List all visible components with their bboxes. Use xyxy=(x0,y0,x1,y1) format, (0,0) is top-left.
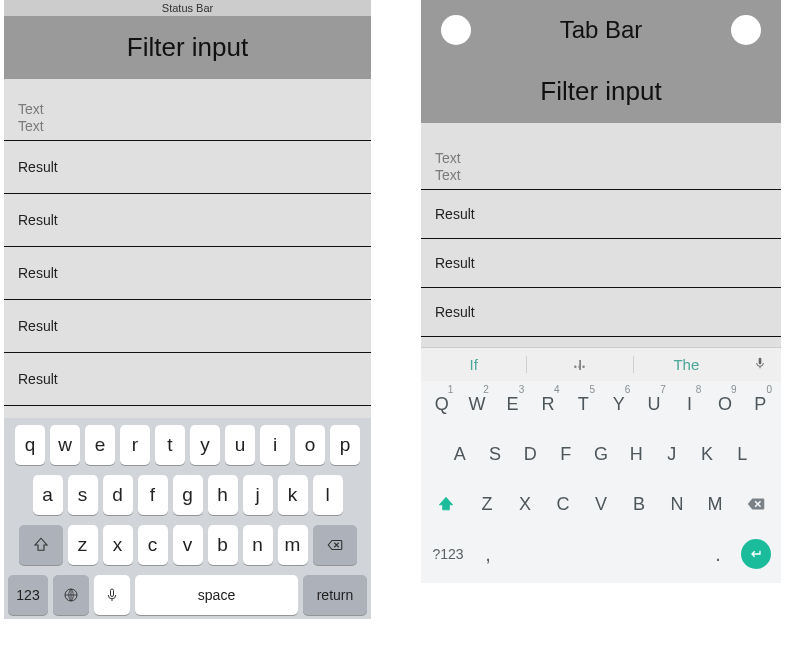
enter-key[interactable] xyxy=(734,539,778,569)
shift-key[interactable] xyxy=(19,525,63,565)
key-a[interactable]: a xyxy=(33,475,63,515)
key-f[interactable]: f xyxy=(138,475,168,515)
key-s[interactable]: s xyxy=(68,475,98,515)
key-m[interactable]: M xyxy=(696,481,734,527)
mic-icon xyxy=(752,355,768,371)
result-row[interactable]: Result xyxy=(4,141,371,194)
key-f[interactable]: F xyxy=(548,431,583,477)
key-j[interactable]: j xyxy=(243,475,273,515)
ios-keyboard: q w e r t y u i o p a s d f g h j k l z xyxy=(4,418,371,619)
mic-icon xyxy=(103,586,121,604)
key-p[interactable]: p xyxy=(330,425,360,465)
tab-item-right[interactable] xyxy=(731,15,761,45)
suggestion-right[interactable]: The xyxy=(634,356,739,373)
svg-rect-2 xyxy=(759,357,762,364)
phone-mockup-ios: Status Bar Filter input Text Text Result… xyxy=(4,0,371,660)
search-header[interactable]: Filter input xyxy=(421,60,781,123)
key-y[interactable]: y xyxy=(190,425,220,465)
key-o[interactable]: 9O xyxy=(707,381,742,427)
key-q[interactable]: 1Q xyxy=(424,381,459,427)
result-row[interactable]: Result xyxy=(421,288,781,337)
key-n[interactable]: N xyxy=(658,481,696,527)
search-header[interactable]: Filter input xyxy=(4,16,371,79)
backspace-key[interactable] xyxy=(734,481,778,527)
info-text-line: Text xyxy=(18,118,357,135)
key-u[interactable]: u xyxy=(225,425,255,465)
enter-icon xyxy=(748,546,764,562)
key-w[interactable]: 2W xyxy=(459,381,494,427)
key-z[interactable]: z xyxy=(68,525,98,565)
result-row[interactable]: Result xyxy=(421,239,781,288)
comma-key[interactable]: , xyxy=(472,543,504,566)
suggestion-left[interactable]: If xyxy=(421,356,527,373)
key-b[interactable]: B xyxy=(620,481,658,527)
key-l[interactable]: L xyxy=(725,431,760,477)
key-b[interactable]: b xyxy=(208,525,238,565)
key-a[interactable]: A xyxy=(442,431,477,477)
key-m[interactable]: m xyxy=(278,525,308,565)
globe-icon xyxy=(62,586,80,604)
key-v[interactable]: v xyxy=(173,525,203,565)
result-row[interactable]: Result xyxy=(4,194,371,247)
mic-button[interactable] xyxy=(739,355,781,375)
period-key[interactable]: . xyxy=(702,543,734,566)
key-r[interactable]: 4R xyxy=(530,381,565,427)
numbers-key[interactable]: ?123 xyxy=(424,546,472,562)
key-h[interactable]: h xyxy=(208,475,238,515)
backspace-key[interactable] xyxy=(313,525,357,565)
tab-bar-title: Tab Bar xyxy=(560,16,643,44)
tab-bar: Tab Bar xyxy=(421,0,781,60)
key-e[interactable]: 3E xyxy=(495,381,530,427)
key-x[interactable]: x xyxy=(103,525,133,565)
header-spacer xyxy=(4,79,371,94)
key-i[interactable]: 8I xyxy=(672,381,707,427)
result-row[interactable]: Result xyxy=(421,190,781,239)
key-i[interactable]: i xyxy=(260,425,290,465)
key-c[interactable]: C xyxy=(544,481,582,527)
key-d[interactable]: d xyxy=(103,475,133,515)
key-c[interactable]: c xyxy=(138,525,168,565)
key-n[interactable]: n xyxy=(243,525,273,565)
result-row[interactable]: Result xyxy=(4,247,371,300)
result-row[interactable]: Result xyxy=(4,353,371,406)
tab-item-left[interactable] xyxy=(441,15,471,45)
key-g[interactable]: g xyxy=(173,475,203,515)
key-q[interactable]: q xyxy=(15,425,45,465)
key-d[interactable]: D xyxy=(513,431,548,477)
key-x[interactable]: X xyxy=(506,481,544,527)
suggestion-mid[interactable]: I••• xyxy=(527,356,633,373)
key-y[interactable]: 6Y xyxy=(601,381,636,427)
key-s[interactable]: S xyxy=(477,431,512,477)
space-key[interactable]: space xyxy=(135,575,298,615)
numbers-key[interactable]: 123 xyxy=(8,575,48,615)
key-w[interactable]: w xyxy=(50,425,80,465)
key-t[interactable]: t xyxy=(155,425,185,465)
mic-key[interactable] xyxy=(94,575,130,615)
key-e[interactable]: e xyxy=(85,425,115,465)
globe-key[interactable] xyxy=(53,575,89,615)
backspace-icon xyxy=(745,493,767,515)
suggestion-bar: If I••• The xyxy=(421,347,781,381)
key-t[interactable]: 5T xyxy=(566,381,601,427)
info-text-line: Text xyxy=(435,167,767,184)
key-j[interactable]: J xyxy=(654,431,689,477)
key-v[interactable]: V xyxy=(582,481,620,527)
result-row[interactable]: Result xyxy=(4,300,371,353)
key-h[interactable]: H xyxy=(619,431,654,477)
key-g[interactable]: G xyxy=(583,431,618,477)
info-text-block: Text Text xyxy=(4,94,371,141)
shift-icon xyxy=(436,494,456,514)
shift-key[interactable] xyxy=(424,481,468,527)
status-bar: Status Bar xyxy=(4,0,371,16)
key-o[interactable]: o xyxy=(295,425,325,465)
key-z[interactable]: Z xyxy=(468,481,506,527)
key-u[interactable]: 7U xyxy=(636,381,671,427)
spacer xyxy=(421,337,781,347)
key-r[interactable]: r xyxy=(120,425,150,465)
key-p[interactable]: 0P xyxy=(743,381,778,427)
key-l[interactable]: l xyxy=(313,475,343,515)
key-k[interactable]: k xyxy=(278,475,308,515)
svg-rect-1 xyxy=(111,589,114,597)
return-key[interactable]: return xyxy=(303,575,367,615)
key-k[interactable]: K xyxy=(689,431,724,477)
